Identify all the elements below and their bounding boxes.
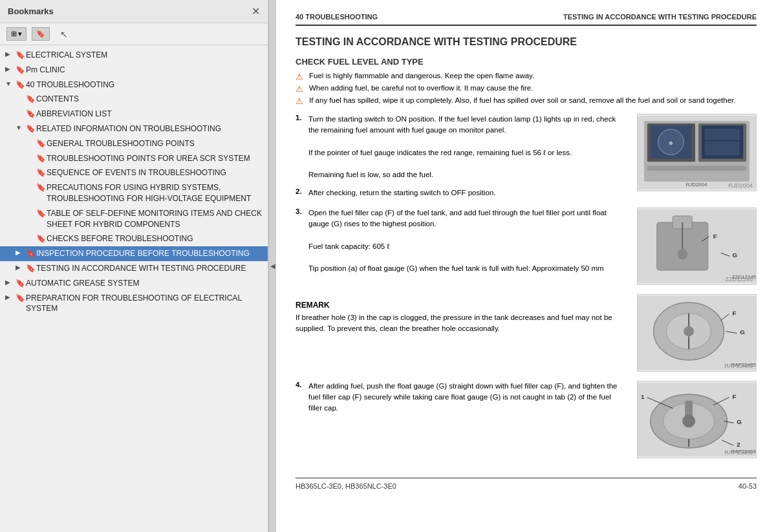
tree-item-preparation[interactable]: ▶ 🔖 PREPARATION FOR TROUBLESHOOTING OF E… [0, 291, 268, 317]
tree-item-label: CONTENTS [36, 94, 263, 105]
tree-item-label: RELATED INFORMATION ON TROUBLESHOOTING [36, 123, 263, 134]
tree-item-label: TABLE OF SELF-DEFINE MONITORING ITEMS AN… [47, 208, 263, 230]
chevron-left-icon: ◀ [270, 262, 275, 270]
svg-rect-10 [647, 165, 746, 171]
expand-icon: ▶ [5, 293, 16, 301]
tree-item-label: PREPARATION FOR TROUBLESHOOTING OF ELECT… [26, 293, 263, 315]
svg-point-25 [684, 326, 694, 336]
header-procedure-label: TESTING IN ACCORDANCE WITH TESTING PROCE… [563, 13, 757, 21]
tree-item-checks[interactable]: 🔖 CHECKS BEFORE TROUBLESHOOTING [0, 231, 268, 246]
step-4: 4. After adding fuel, push the float gau… [296, 381, 627, 414]
image-label: RAP22409 [724, 449, 753, 456]
document-header: 40 TROUBLESHOOTING TESTING IN ACCORDANCE… [296, 13, 757, 26]
tree-item-precautions[interactable]: 🔖 PRECAUTIONS FOR USING HYBRID SYSTEMS, … [0, 180, 268, 206]
tree-item-label: SEQUENCE OF EVENTS IN TROUBLESHOOTING [47, 167, 263, 178]
tree-item-inspection[interactable]: ▶ 🔖 INSPECTION PROCEDURE BEFORE TROUBLES… [0, 246, 268, 261]
tree-item-label: TROUBLESHOOTING POINTS FOR UREA SCR SYST… [47, 153, 263, 164]
bookmark-icon: 🔖 [26, 249, 36, 258]
bookmark-icon: 🔖 [36, 168, 47, 177]
diagram-filler-cap-2: 1 F G 2 RAP22409 RAP22409 [637, 381, 757, 458]
tree-item-table[interactable]: 🔖 TABLE OF SELF-DEFINE MONITORING ITEMS … [0, 206, 268, 232]
tree-item-label: 40 TROUBLESHOOTING [26, 80, 263, 90]
warning-item-1: ⚠ Fuel is highly flammable and dangerous… [296, 72, 757, 81]
step-text: After checking, return the starting swit… [308, 187, 627, 198]
tree-item-contents[interactable]: 🔖 CONTENTS [0, 92, 268, 107]
warning-text: When adding fuel, be careful not to over… [309, 84, 533, 92]
warning-icon: ⚠ [296, 72, 306, 81]
expand-icon: ▼ [16, 124, 26, 131]
svg-rect-9 [705, 142, 740, 156]
expand-icon: ▶ [16, 249, 26, 256]
svg-rect-8 [705, 129, 740, 140]
remark-text: If breather hole (3) in the cap is clogg… [296, 312, 627, 335]
tree-item-sequence[interactable]: 🔖 SEQUENCE OF EVENTS IN TROUBLESHOOTING [0, 165, 268, 180]
bookmarks-panel: Bookmarks ✕ ⊞ ▾ 🔖 ↖ ▶ 🔖 ELECTRICAL SYSTE… [0, 0, 268, 532]
warning-text: If any fuel has spilled, wipe it up comp… [309, 96, 735, 104]
tree-item-electrical[interactable]: ▶ 🔖 ELECTRICAL SYSTEM [0, 48, 268, 63]
bookmark-icon: 🔖 [16, 50, 26, 59]
tree-item-general[interactable]: 🔖 GENERAL TROUBLESHOOTING POINTS [0, 136, 268, 151]
expand-icon: ▶ [16, 264, 26, 271]
tree-item-abbrev[interactable]: 🔖 ABBREVIATION LIST [0, 107, 268, 122]
svg-text:1: 1 [641, 393, 645, 400]
warning-item-3: ⚠ If any fuel has spilled, wipe it up co… [296, 96, 757, 106]
step-number: 4. [296, 381, 305, 414]
panel-collapse-button[interactable]: ◀ [268, 0, 276, 532]
tree-item-urea[interactable]: 🔖 TROUBLESHOOTING POINTS FOR UREA SCR SY… [0, 151, 268, 166]
tree-item-label: CHECKS BEFORE TROUBLESHOOTING [47, 233, 263, 244]
expand-icon: ▶ [5, 65, 16, 72]
section-title: CHECK FUEL LEVEL AND TYPE [296, 57, 757, 67]
svg-text:F: F [732, 393, 736, 400]
diagram-fuel-monitor: ⊕ RJD2004 RJD2004 [637, 114, 757, 191]
remark-title: REMARK [296, 301, 627, 310]
document-content: 40 TROUBLESHOOTING TESTING IN ACCORDANCE… [276, 0, 776, 532]
bookmark-icon: 🔖 [36, 30, 45, 38]
toolbar: ⊞ ▾ 🔖 ↖ [0, 23, 268, 45]
footer-model-label: HB365LC-3E0, HB365NLC-3E0 [296, 482, 396, 490]
step-number: 3. [296, 207, 305, 275]
svg-point-16 [677, 249, 687, 259]
bookmark-icon: 🔖 [36, 234, 47, 243]
view-options-button[interactable]: ⊞ ▾ [6, 27, 27, 41]
bookmark-icon: 🔖 [36, 209, 47, 218]
document-footer: HB365LC-3E0, HB365NLC-3E0 40-53 [296, 478, 757, 490]
diagram-filler-cap: F G RAP22405 RAP22405 [637, 294, 757, 372]
tree-item-related[interactable]: ▼ 🔖 RELATED INFORMATION ON TROUBLESHOOTI… [0, 122, 268, 136]
tree-item-label: AUTOMATIC GREASE SYSTEM [26, 278, 263, 289]
document-main-title: TESTING IN ACCORDANCE WITH TESTING PROCE… [296, 36, 757, 48]
view-icon: ⊞ [11, 30, 17, 38]
step-text: After adding fuel, push the float gauge … [308, 381, 627, 414]
svg-point-37 [682, 414, 695, 427]
bookmark-icon: 🔖 [26, 264, 36, 273]
remark-section: REMARK If breather hole (3) in the cap i… [296, 301, 627, 335]
warnings-section: ⚠ Fuel is highly flammable and dangerous… [296, 72, 757, 106]
tree-item-label: TESTING IN ACCORDANCE WITH TESTING PROCE… [36, 263, 263, 274]
footer-page-number: 40-53 [738, 482, 757, 490]
tree-item-troubleshooting[interactable]: ▼ 🔖 40 TROUBLESHOOTING [0, 78, 268, 92]
svg-text:2: 2 [737, 441, 740, 448]
image-label: ZZD12245 [725, 276, 753, 282]
tree-item-label: GENERAL TROUBLESHOOTING POINTS [47, 138, 263, 149]
expand-icon: ▶ [5, 279, 16, 286]
warning-item-2: ⚠ When adding fuel, be careful not to ov… [296, 84, 757, 94]
image-label: RAP22405 [724, 363, 753, 369]
step-text: Turn the starting switch to ON position.… [308, 114, 627, 181]
svg-text:G: G [732, 251, 737, 259]
bookmark-button[interactable]: 🔖 [32, 27, 50, 41]
step-number: 1. [296, 114, 305, 181]
tree-item-label: ELECTRICAL SYSTEM [26, 50, 263, 61]
image-label: RJD2004 [728, 182, 753, 189]
panel-header: Bookmarks ✕ [0, 0, 268, 23]
warning-icon: ⚠ [296, 84, 306, 94]
step-2: 2. After checking, return the starting s… [296, 187, 627, 198]
bookmark-icon: 🔖 [16, 293, 26, 303]
tree-item-testing[interactable]: ▶ 🔖 TESTING IN ACCORDANCE WITH TESTING P… [0, 261, 268, 276]
close-button[interactable]: ✕ [252, 5, 260, 17]
svg-text:F: F [713, 232, 717, 239]
expand-icon: ▼ [5, 80, 16, 87]
tree-item-pmclinic[interactable]: ▶ 🔖 Pm CLINIC [0, 63, 268, 78]
tree-item-grease[interactable]: ▶ 🔖 AUTOMATIC GREASE SYSTEM [0, 276, 268, 291]
tree-item-label: PRECAUTIONS FOR USING HYBRID SYSTEMS, TR… [47, 182, 263, 204]
tree-item-label: Pm CLINIC [26, 65, 263, 76]
bookmark-icon: 🔖 [36, 183, 47, 192]
